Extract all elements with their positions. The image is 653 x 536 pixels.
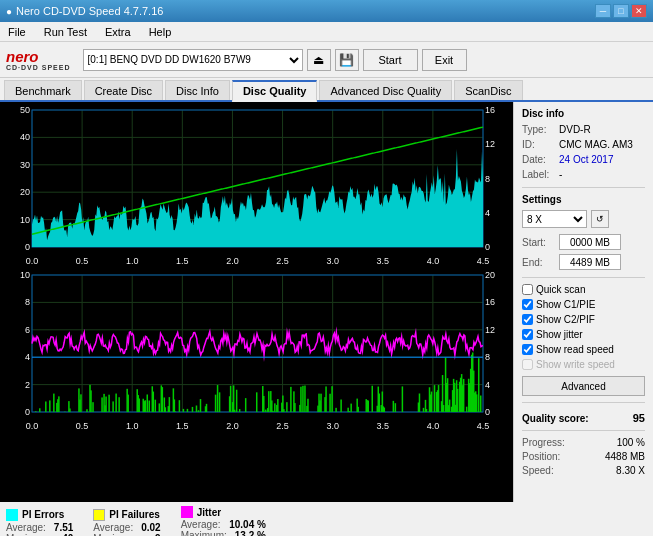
menu-bar: File Run Test Extra Help xyxy=(0,22,653,42)
speed-progress-value: 8.30 X xyxy=(616,465,645,476)
show-jitter-row: Show jitter xyxy=(522,329,645,340)
show-write-speed-row: Show write speed xyxy=(522,359,645,370)
title-bar-controls: ─ □ ✕ xyxy=(595,4,647,18)
tab-disc-quality[interactable]: Disc Quality xyxy=(232,80,318,102)
quality-score-label: Quality score: xyxy=(522,413,589,424)
end-mb-label: End: xyxy=(522,257,557,268)
pif-avg-value: 0.02 xyxy=(141,522,160,533)
quick-scan-checkbox[interactable] xyxy=(522,284,533,295)
app-icon: ● xyxy=(6,6,12,17)
speed-select[interactable]: 8 X Max 4 X 2 X xyxy=(522,210,587,228)
show-jitter-checkbox[interactable] xyxy=(522,329,533,340)
menu-file[interactable]: File xyxy=(4,25,30,39)
jitter-header: Jitter xyxy=(181,506,266,518)
show-write-checkbox[interactable] xyxy=(522,359,533,370)
tab-disc-info[interactable]: Disc Info xyxy=(165,80,230,100)
disc-label-row: Label: - xyxy=(522,169,645,180)
pi-failures-label: PI Failures xyxy=(109,509,160,520)
cd-dvd-brand: CD·DVD SPEED xyxy=(6,64,71,71)
show-c1pie-checkbox[interactable] xyxy=(522,299,533,310)
pi-max-value: 40 xyxy=(62,533,73,537)
menu-extra[interactable]: Extra xyxy=(101,25,135,39)
menu-help[interactable]: Help xyxy=(145,25,176,39)
legend-right-col: Jitter Average: 10.04 % Maximum: 13.2 % … xyxy=(181,506,266,536)
position-row: Position: 4488 MB xyxy=(522,451,645,462)
minimize-button[interactable]: ─ xyxy=(595,4,611,18)
speed-row-2: Speed: 8.30 X xyxy=(522,465,645,476)
tab-create-disc[interactable]: Create Disc xyxy=(84,80,163,100)
disc-info-title: Disc info xyxy=(522,108,645,119)
separator-3 xyxy=(522,402,645,403)
exit-button[interactable]: Exit xyxy=(422,49,467,71)
right-panel: Disc info Type: DVD-R ID: CMC MAG. AM3 D… xyxy=(513,102,653,502)
type-value: DVD-R xyxy=(559,124,591,135)
disc-date-row: Date: 24 Oct 2017 xyxy=(522,154,645,165)
pi-errors-label: PI Errors xyxy=(22,509,64,520)
advanced-button[interactable]: Advanced xyxy=(522,376,645,396)
save-icon[interactable]: 💾 xyxy=(335,49,359,71)
maximize-button[interactable]: □ xyxy=(613,4,629,18)
id-label: ID: xyxy=(522,139,557,150)
pi-failures-color xyxy=(93,509,105,521)
legend-jitter: Jitter Average: 10.04 % Maximum: 13.2 % xyxy=(181,506,266,536)
pi-max-label: Maximum: xyxy=(6,533,52,537)
progress-row: Progress: 100 % xyxy=(522,437,645,448)
show-read-checkbox[interactable] xyxy=(522,344,533,355)
jitter-avg-label: Average: xyxy=(181,519,221,530)
toolbar: nero CD·DVD SPEED [0:1] BENQ DVD DD DW16… xyxy=(0,42,653,78)
jitter-max: Maximum: 13.2 % xyxy=(181,530,266,536)
end-mb-row: End: xyxy=(522,254,645,270)
tab-benchmark[interactable]: Benchmark xyxy=(4,80,82,100)
legend-pi-errors: PI Errors Average: 7.51 Maximum: 40 Tota… xyxy=(6,509,73,537)
eject-icon[interactable]: ⏏ xyxy=(307,49,331,71)
chart-container xyxy=(0,102,513,502)
position-label: Position: xyxy=(522,451,560,462)
quality-score-row: Quality score: 95 xyxy=(522,412,645,424)
speed-row: 8 X Max 4 X 2 X ↺ xyxy=(522,210,645,228)
pi-errors-color xyxy=(6,509,18,521)
tab-bar: Benchmark Create Disc Disc Info Disc Qua… xyxy=(0,78,653,102)
jitter-max-label: Maximum: xyxy=(181,530,227,536)
menu-run-test[interactable]: Run Test xyxy=(40,25,91,39)
jitter-label: Jitter xyxy=(197,507,221,518)
tab-advanced-disc-quality[interactable]: Advanced Disc Quality xyxy=(319,80,452,100)
progress-label: Progress: xyxy=(522,437,565,448)
start-mb-label: Start: xyxy=(522,237,557,248)
position-value: 4488 MB xyxy=(605,451,645,462)
jitter-avg-value: 10.04 % xyxy=(229,519,266,530)
show-c2pif-checkbox[interactable] xyxy=(522,314,533,325)
start-button[interactable]: Start xyxy=(363,49,418,71)
close-button[interactable]: ✕ xyxy=(631,4,647,18)
pi-failures-avg: Average: 0.02 xyxy=(93,522,160,533)
end-mb-input[interactable] xyxy=(559,254,621,270)
refresh-button[interactable]: ↺ xyxy=(591,210,609,228)
pi-errors-max: Maximum: 40 xyxy=(6,533,73,537)
drive-select[interactable]: [0:1] BENQ DVD DD DW1620 B7W9 xyxy=(83,49,303,71)
pi-avg-label: Average: xyxy=(6,522,46,533)
quality-score-value: 95 xyxy=(633,412,645,424)
show-read-speed-row: Show read speed xyxy=(522,344,645,355)
id-value: CMC MAG. AM3 xyxy=(559,139,633,150)
settings-title: Settings xyxy=(522,194,645,205)
title-bar-left: ● Nero CD-DVD Speed 4.7.7.16 xyxy=(6,5,163,17)
quick-scan-row: Quick scan xyxy=(522,284,645,295)
jitter-avg: Average: 10.04 % xyxy=(181,519,266,530)
separator-2 xyxy=(522,277,645,278)
bottom-chart xyxy=(0,267,513,432)
disc-id-row: ID: CMC MAG. AM3 xyxy=(522,139,645,150)
disc-type-row: Type: DVD-R xyxy=(522,124,645,135)
speed-progress-label: Speed: xyxy=(522,465,554,476)
show-write-label: Show write speed xyxy=(536,359,615,370)
window-title: Nero CD-DVD Speed 4.7.7.16 xyxy=(16,5,163,17)
legend-row: PI Errors Average: 7.51 Maximum: 40 Tota… xyxy=(6,506,647,536)
tab-scandisc[interactable]: ScanDisc xyxy=(454,80,522,100)
show-jitter-label: Show jitter xyxy=(536,329,583,340)
quick-scan-label: Quick scan xyxy=(536,284,585,295)
start-mb-input[interactable] xyxy=(559,234,621,250)
jitter-color xyxy=(181,506,193,518)
pi-errors-header: PI Errors xyxy=(6,509,73,521)
show-c2pif-row: Show C2/PIF xyxy=(522,314,645,325)
jitter-max-value: 13.2 % xyxy=(235,530,266,536)
nero-logo: nero CD·DVD SPEED xyxy=(6,49,71,71)
title-bar: ● Nero CD-DVD Speed 4.7.7.16 ─ □ ✕ xyxy=(0,0,653,22)
